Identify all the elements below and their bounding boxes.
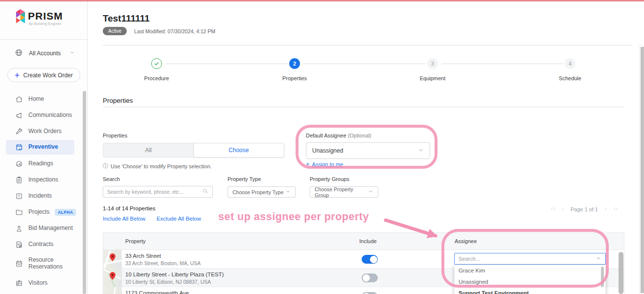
dropdown-scrollbar[interactable] [601, 267, 604, 287]
segment-choose[interactable]: Choose [193, 143, 285, 158]
property-search-input[interactable] [107, 189, 202, 195]
section-divider [103, 107, 624, 107]
property-groups-select[interactable]: Choose Property Group [310, 186, 378, 198]
prism-logo: PRISM By Building Engines [15, 8, 63, 27]
sidebar-item-projects[interactable]: Projects ALPHA [0, 204, 88, 220]
logo-title: PRISM [28, 11, 63, 21]
property-type-label: Property Type [228, 176, 261, 182]
info-icon: ⓘ [103, 162, 108, 170]
sidebar-item-visitors[interactable]: Visitors [0, 275, 88, 291]
chevron-down-icon [285, 189, 291, 195]
step-procedure-label: Procedure [144, 75, 169, 81]
sidebar-divider [0, 39, 88, 40]
step-equipment-label: Equipment [420, 75, 446, 81]
step-equipment-indicator[interactable]: 3 [427, 58, 438, 69]
assignee-option[interactable]: Grace Kim [455, 265, 605, 276]
sidebar-item-home[interactable]: Home [0, 91, 88, 107]
table-scrollbar[interactable] [619, 252, 623, 294]
sidebar-item-communications[interactable]: Communications [0, 107, 88, 123]
assign-to-me-link[interactable]: + Assign to me [306, 160, 343, 168]
step-connector [303, 64, 426, 64]
mode-hint: Use 'Choose' to modify Property selectio… [111, 163, 212, 169]
status-badge: Active [103, 27, 127, 35]
next-page-icon[interactable] [602, 206, 608, 213]
account-switcher[interactable]: All Accounts [0, 47, 88, 60]
include-toggle[interactable] [362, 273, 378, 282]
sidebar-item-work-orders[interactable]: Work Orders [0, 123, 88, 139]
alert-square-icon [15, 192, 23, 200]
chevron-down-icon [418, 147, 424, 155]
sidebar-item-incidents[interactable]: Incidents [0, 188, 88, 204]
megaphone-icon [15, 111, 23, 119]
pagination: Page 1 of 1 [550, 206, 619, 213]
property-groups-label: Property Groups [310, 176, 349, 182]
assignee-option[interactable]: Unassigned [455, 276, 605, 288]
sidebar-item-preventive[interactable]: Preventive [6, 140, 74, 155]
default-assignee-label: Default Assignee (Optional) [306, 133, 371, 138]
include-toggle[interactable] [362, 255, 378, 264]
globe-icon [15, 48, 23, 58]
chevron-down-icon [69, 50, 75, 57]
top-accent-bar [0, 0, 644, 1]
include-toggle[interactable] [362, 292, 378, 294]
properties-mode-label: Properties [103, 133, 127, 138]
table-header-row: Property Include Assignee [103, 233, 624, 250]
prism-logo-mark [15, 8, 26, 27]
property-type-select[interactable]: Choose Property Type [228, 186, 296, 198]
last-modified: Last Modified: 07/30/2024, 4:12 PM [134, 28, 215, 34]
page-scrollbar-thumb[interactable] [641, 47, 644, 293]
prev-page-icon[interactable] [560, 206, 566, 213]
include-all-link[interactable]: Include All Below [103, 216, 145, 222]
plus-icon: + [306, 160, 310, 168]
sidebar-scrollbar[interactable] [83, 91, 86, 294]
account-switcher-label: All Accounts [29, 50, 61, 57]
calendar-icon [15, 260, 23, 268]
last-page-icon[interactable] [613, 206, 619, 213]
sidebar-item-bid-management[interactable]: Bid Management [0, 220, 88, 236]
property-search-field [103, 186, 213, 198]
column-header-include: Include [352, 238, 384, 244]
map-pin-icon [110, 272, 115, 282]
sidebar-item-insurance[interactable]: Insurance [0, 291, 88, 294]
step-procedure-indicator[interactable] [151, 58, 162, 69]
create-work-order-button[interactable]: + Create Work Order [7, 68, 80, 82]
property-address: 33 Arch Street, Boston, MA, USA [125, 260, 201, 266]
folder-icon [15, 208, 23, 216]
property-map-thumbnail [103, 287, 122, 294]
chevron-down-icon [368, 189, 373, 195]
exclude-all-link[interactable]: Exclude All Below [157, 216, 201, 222]
property-name: 1173 Commonwealth Ave [125, 290, 189, 294]
contract-icon [15, 240, 23, 249]
sidebar-item-resource-reservations[interactable]: Resource Reservations [0, 252, 88, 275]
segment-all[interactable]: All [103, 143, 194, 157]
annotation-text: set up assignee per property [218, 211, 369, 223]
section-title: Properties [103, 97, 133, 104]
search-icon [202, 187, 208, 196]
step-properties-indicator[interactable]: 2 [289, 58, 300, 69]
app-window: PRISM By Building Engines All Accounts +… [0, 0, 644, 294]
property-name: 33 Arch Street [125, 253, 161, 259]
optional-hint: (Optional) [348, 133, 371, 138]
sidebar-item-inspections[interactable]: Inspections [0, 172, 88, 188]
assignee-search-input[interactable] [459, 256, 596, 262]
default-assignee-select[interactable]: Unassigned [306, 142, 430, 159]
sidebar-nav: Home Communications Work Orders Preventi… [0, 91, 88, 294]
step-schedule-indicator[interactable]: 4 [565, 58, 575, 69]
page-indicator: Page 1 of 1 [571, 206, 598, 212]
column-header-assignee: Assignee [455, 238, 477, 244]
main-content: Test111111 Active Last Modified: 07/30/2… [88, 0, 644, 294]
sidebar-item-contracts[interactable]: Contracts [0, 236, 88, 252]
alpha-badge: ALPHA [55, 209, 76, 216]
property-name: 10 Liberty Street - Liberty Plaza (TEST) [125, 271, 224, 277]
page-title: Test111111 [103, 13, 150, 24]
property-address: 10 Liberty St, Edison, NJ 08837, USA [125, 279, 211, 285]
assignee-option[interactable]: Support Test Environment [455, 288, 605, 294]
sidebar-item-readings[interactable]: Readings [0, 156, 88, 172]
logo-subtitle: By Building Engines [29, 22, 63, 25]
chevron-up-icon [596, 254, 601, 263]
first-page-icon[interactable] [550, 206, 556, 213]
default-assignee-value: Unassigned [312, 147, 343, 154]
column-header-property: Property [125, 238, 146, 244]
results-count: 1-14 of 14 Properties [103, 205, 155, 211]
step-schedule-label: Schedule [559, 75, 581, 81]
